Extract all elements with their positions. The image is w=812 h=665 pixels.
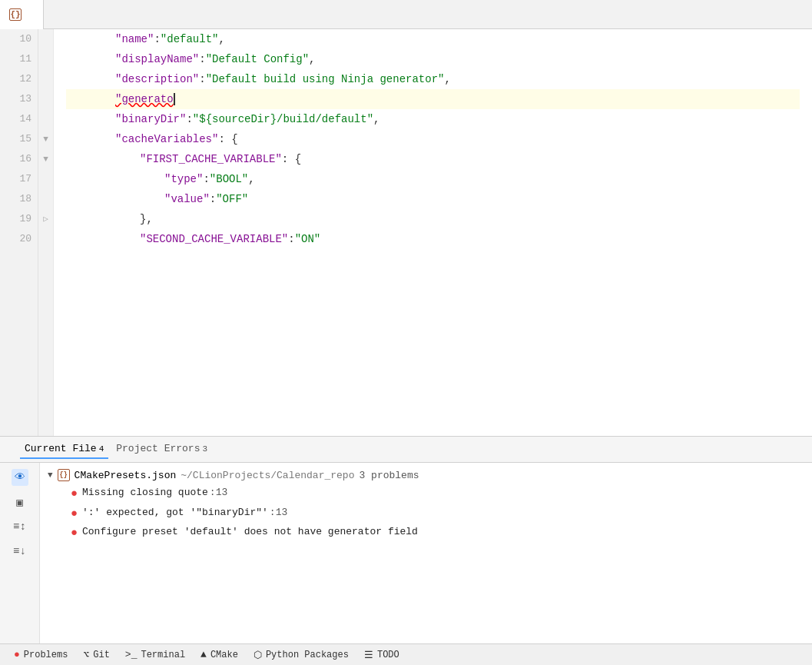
line-num-17: 17 <box>19 169 31 189</box>
code-line-10: "name": "default", <box>66 29 800 49</box>
status-item-todo[interactable]: ☰ TODO <box>356 644 407 666</box>
fold-btn-16[interactable]: ▼ <box>43 149 48 169</box>
status-item-cmake[interactable]: ▲ CMake <box>193 644 246 666</box>
code-line-17: "type": "BOOL", <box>66 169 800 189</box>
error-icon-0: ● <box>71 487 78 502</box>
problems-list: ▼ {} CMakePresets.json ~/CLionProjects/C… <box>40 463 812 643</box>
error-icon-1: ● <box>71 507 78 522</box>
line-num-19: 19 <box>19 209 31 229</box>
prob-tab-project-errors[interactable]: Project Errors3 <box>111 440 212 459</box>
error-row-0[interactable]: ● Missing closing quote:13 <box>40 484 812 504</box>
code-line-11: "displayName": "Default Config", <box>66 49 800 69</box>
status-label-terminal: Terminal <box>141 650 185 660</box>
problems-tab-bar: Current File4Project Errors3 <box>0 437 812 463</box>
line-num-11: 11 <box>19 49 31 69</box>
status-item-terminal[interactable]: >_ Terminal <box>118 644 193 666</box>
tab-cmake-presets[interactable]: {} <box>0 0 44 29</box>
sidebar-sort-icon[interactable]: ≡↕ <box>12 518 28 535</box>
code-line-12: "description": "Default build using Ninj… <box>66 69 800 89</box>
fold-btn-15[interactable]: ▼ <box>43 129 48 149</box>
status-bar: ● Problems ⌥ Git >_ Terminal ▲ CMake ⬡ P… <box>0 643 812 665</box>
error-row-1[interactable]: ● ':' expected, got '"binaryDir"':13 <box>40 504 812 524</box>
status-icon-problems: ● <box>14 649 20 660</box>
code-line-15: "cacheVariables": { <box>66 129 800 149</box>
status-icon-cmake: ▲ <box>201 649 207 660</box>
status-item-python-packages[interactable]: ⬡ Python Packages <box>246 644 356 666</box>
error-msg-0: Missing closing quote:13 <box>82 487 227 498</box>
editor-area: 1011121314151617181920 ▼▼▷ "name": "defa… <box>0 29 812 436</box>
code-area[interactable]: "name": "default","displayName": "Defaul… <box>54 29 812 436</box>
file-json-icon: {} <box>58 469 70 481</box>
problems-body: 👁 ▣ ≡↕ ≡↓ ▼ {} CMakePresets.json ~/CLion… <box>0 463 812 643</box>
sidebar-eye-icon[interactable]: 👁 <box>12 469 28 486</box>
sidebar-filter-icon[interactable]: ≡↓ <box>12 543 28 560</box>
line-number-gutter: 1011121314151617181920 <box>0 29 38 436</box>
line-num-10: 10 <box>19 29 31 49</box>
status-item-problems[interactable]: ● Problems <box>6 644 75 666</box>
line-num-15: 15 <box>19 129 31 149</box>
fold-btn-19[interactable]: ▷ <box>43 209 48 229</box>
status-item-git[interactable]: ⌥ Git <box>75 644 117 666</box>
problems-file-path: ~/CLionProjects/Calendar_repo <box>181 470 354 481</box>
code-line-14: "binaryDir": "${sourceDir}/build/default… <box>66 109 800 129</box>
problems-file-row[interactable]: ▼ {} CMakePresets.json ~/CLionProjects/C… <box>40 466 812 484</box>
line-num-18: 18 <box>19 189 31 209</box>
fold-gutter: ▼▼▷ <box>38 29 54 436</box>
status-icon-python-packages: ⬡ <box>254 649 262 661</box>
status-label-git: Git <box>93 650 110 660</box>
problems-file-name: CMakePresets.json <box>75 470 177 481</box>
status-label-problems: Problems <box>24 650 68 660</box>
code-line-16: "FIRST_CACHE_VARIABLE": { <box>66 149 800 169</box>
code-line-19: }, <box>66 209 800 229</box>
line-num-20: 20 <box>19 229 31 249</box>
line-num-16: 16 <box>19 149 31 169</box>
error-icon-2: ● <box>71 526 78 541</box>
status-icon-terminal: >_ <box>125 649 138 660</box>
sidebar-panel-icon[interactable]: ▣ <box>12 494 28 510</box>
line-num-12: 12 <box>19 69 31 89</box>
code-line-20: "SECOND_CACHE_VARIABLE": "ON" <box>66 229 800 249</box>
tab-bar: {} <box>0 0 812 29</box>
code-line-18: "value": "OFF" <box>66 189 800 209</box>
status-label-todo: TODO <box>377 650 399 660</box>
status-icon-todo: ☰ <box>364 649 373 661</box>
status-label-python-packages: Python Packages <box>266 650 349 660</box>
problems-count: 3 problems <box>359 470 419 481</box>
code-line-13: "generato <box>66 89 800 109</box>
expand-icon[interactable]: ▼ <box>48 470 53 480</box>
json-file-icon: {} <box>9 8 22 21</box>
error-msg-1: ':' expected, got '"binaryDir"':13 <box>82 507 287 518</box>
line-num-14: 14 <box>19 109 31 129</box>
error-msg-2: Configure preset 'default' does not have… <box>82 526 419 537</box>
problems-sidebar: 👁 ▣ ≡↕ ≡↓ <box>0 463 40 643</box>
problems-panel: Current File4Project Errors3 👁 ▣ ≡↕ ≡↓ ▼… <box>0 436 812 643</box>
prob-tab-current-file[interactable]: Current File4 <box>20 440 108 459</box>
status-label-cmake: CMake <box>210 650 238 660</box>
line-num-13: 13 <box>19 89 31 109</box>
error-row-2[interactable]: ● Configure preset 'default' does not ha… <box>40 524 812 544</box>
status-icon-git: ⌥ <box>83 649 89 661</box>
